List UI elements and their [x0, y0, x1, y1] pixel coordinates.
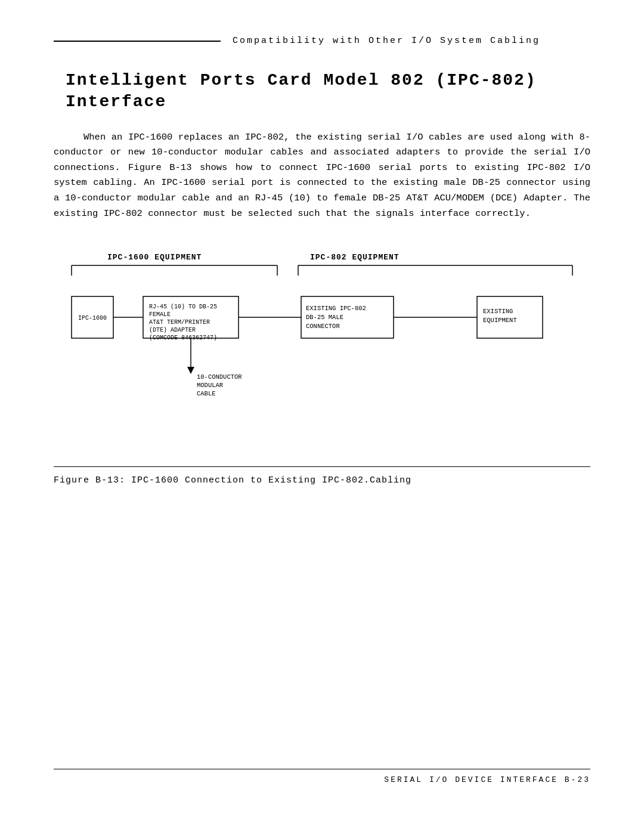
cable-label-line3: CABLE: [197, 390, 216, 397]
box-ipc1600: IPC-1600: [78, 315, 107, 321]
cable-label-line1: 10-CONDUCTOR: [197, 373, 242, 381]
box-equipment-line2: EQUIPMENT: [483, 317, 517, 324]
header-title: Compatibility with Other I/O System Cabl…: [221, 36, 540, 46]
box-adapter-line4: (DTE) ADAPTER: [149, 327, 196, 333]
title-line1: Intelligent Ports Card Model 802 (IPC-80…: [66, 71, 537, 89]
figure-container: IPC-1600 EQUIPMENT IPC-802 EQUIPMENT IPC…: [54, 243, 590, 449]
box-connector-line2: DB-25 MALE: [306, 314, 343, 321]
figure-caption: Figure B-13: IPC-1600 Connection to Exis…: [54, 466, 590, 485]
body-paragraph: When an IPC-1600 replaces an IPC-802, th…: [54, 130, 590, 221]
diagram-svg: IPC-1600 EQUIPMENT IPC-802 EQUIPMENT IPC…: [54, 249, 590, 440]
page: Compatibility with Other I/O System Cabl…: [0, 0, 644, 832]
footer-rule: SERIAL I/O DEVICE INTERFACE B-23: [54, 769, 590, 784]
figure-caption-text: Figure B-13: IPC-1600 Connection to Exis…: [54, 475, 411, 485]
section-title: Intelligent Ports Card Model 802 (IPC-80…: [54, 70, 590, 113]
title-line2: Interface: [66, 92, 166, 111]
box-connector-line3: CONNECTOR: [306, 323, 340, 330]
box-adapter-line1: RJ-45 (10) TO DB-25: [149, 304, 217, 310]
header-rule-line: [54, 41, 221, 42]
box-connector-line1: EXISTING IPC-802: [306, 305, 366, 312]
box-adapter-line5: (COMCODE 846362747): [149, 335, 217, 341]
header-rule: Compatibility with Other I/O System Cabl…: [54, 36, 590, 46]
box-equipment-line1: EXISTING: [483, 308, 513, 315]
box-adapter-line2: FEMALE: [149, 311, 171, 318]
box-adapter-line3: AT&T TERM/PRINTER: [149, 319, 210, 326]
ipc802-equipment-label: IPC-802 EQUIPMENT: [310, 253, 400, 262]
cable-label-line2: MODULAR: [197, 382, 224, 389]
footer-text: SERIAL I/O DEVICE INTERFACE B-23: [54, 775, 590, 784]
ipc1600-equipment-label: IPC-1600 EQUIPMENT: [107, 253, 202, 262]
arrow-down: [187, 367, 194, 374]
